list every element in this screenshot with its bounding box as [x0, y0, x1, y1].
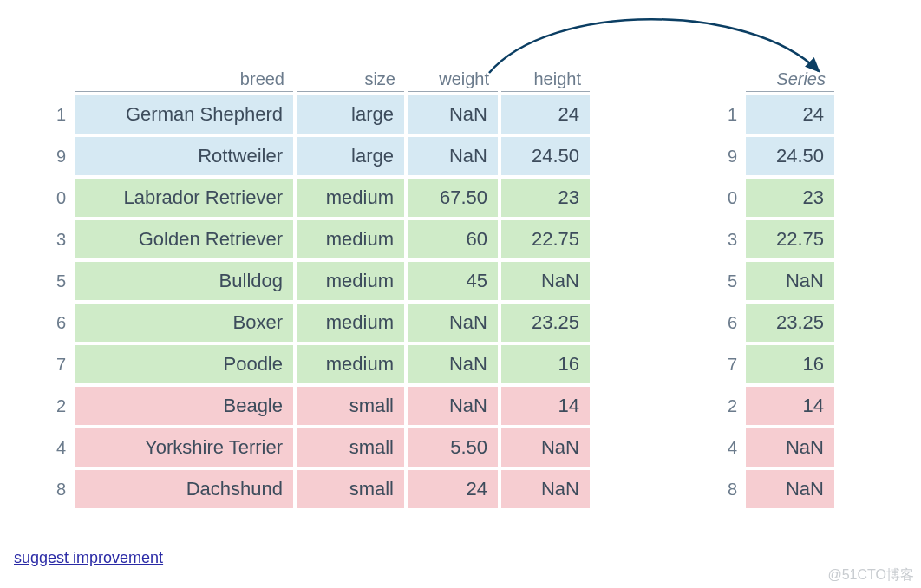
cell-series-value: 24.50 — [746, 137, 834, 175]
cell-breed: German Shepherd — [75, 95, 293, 134]
table-row: 3Golden Retrievermedium6022.75 — [38, 220, 590, 258]
cell-breed: Bulldog — [75, 262, 293, 300]
cell-breed: Beagle — [75, 387, 293, 425]
table-row: 716 — [709, 345, 834, 383]
cell-height: 24 — [501, 95, 590, 134]
cell-height: NaN — [501, 262, 590, 300]
cell-size: small — [297, 387, 404, 425]
row-index: 4 — [709, 428, 742, 467]
table-row: 0Labrador Retrievermedium67.5023 — [38, 179, 590, 217]
cell-size: small — [297, 470, 404, 508]
page-container: breed size weight height 1German Shepher… — [0, 0, 921, 588]
table-row: 6BoxermediumNaN23.25 — [38, 304, 590, 342]
cell-weight: 5.50 — [408, 428, 498, 467]
table-row: 124 — [709, 95, 834, 134]
table-row: 623.25 — [709, 304, 834, 342]
row-index: 5 — [709, 262, 742, 300]
table-row: 322.75 — [709, 220, 834, 258]
row-index: 6 — [38, 304, 71, 342]
row-index: 8 — [709, 470, 742, 508]
cell-weight: 60 — [408, 220, 498, 258]
cell-weight: 67.50 — [408, 179, 498, 217]
cell-height: NaN — [501, 428, 590, 467]
cell-series-value: NaN — [746, 470, 834, 508]
row-index: 2 — [38, 387, 71, 425]
cell-weight: NaN — [408, 345, 498, 383]
arrow-icon — [472, 10, 853, 93]
cell-weight: NaN — [408, 387, 498, 425]
row-index: 3 — [709, 220, 742, 258]
row-index: 9 — [709, 137, 742, 175]
row-index: 0 — [709, 179, 742, 217]
cell-size: medium — [297, 262, 404, 300]
cell-weight: NaN — [408, 137, 498, 175]
header-size: size — [297, 64, 404, 92]
row-index: 0 — [38, 179, 71, 217]
table-row: 8NaN — [709, 470, 834, 508]
cell-size: medium — [297, 179, 404, 217]
table-row: 924.50 — [709, 137, 834, 175]
row-index: 5 — [38, 262, 71, 300]
table-row: 2BeaglesmallNaN14 — [38, 387, 590, 425]
cell-size: small — [297, 428, 404, 467]
table-row: 7PoodlemediumNaN16 — [38, 345, 590, 383]
cell-breed: Poodle — [75, 345, 293, 383]
table-row: 5Bulldogmedium45NaN — [38, 262, 590, 300]
cell-series-value: NaN — [746, 262, 834, 300]
cell-breed: Rottweiler — [75, 137, 293, 175]
cell-breed: Golden Retriever — [75, 220, 293, 258]
table-row: 4NaN — [709, 428, 834, 467]
row-index: 2 — [709, 387, 742, 425]
cell-height: 16 — [501, 345, 590, 383]
cell-series-value: 22.75 — [746, 220, 834, 258]
row-index: 7 — [709, 345, 742, 383]
dataframe-table: breed size weight height 1German Shepher… — [35, 61, 593, 512]
cell-breed: Dachshund — [75, 470, 293, 508]
watermark-text: @51CTO博客 — [827, 566, 914, 585]
cell-series-value: NaN — [746, 428, 834, 467]
row-index: 1 — [709, 95, 742, 134]
cell-height: 14 — [501, 387, 590, 425]
cell-weight: 24 — [408, 470, 498, 508]
row-index: 1 — [38, 95, 71, 134]
cell-breed: Yorkshire Terrier — [75, 428, 293, 467]
table-row: 023 — [709, 179, 834, 217]
row-index: 3 — [38, 220, 71, 258]
table-row: 9RottweilerlargeNaN24.50 — [38, 137, 590, 175]
cell-series-value: 24 — [746, 95, 834, 134]
cell-height: 23 — [501, 179, 590, 217]
cell-size: medium — [297, 220, 404, 258]
cell-weight: NaN — [408, 304, 498, 342]
table-row: 4Yorkshire Terriersmall5.50NaN — [38, 428, 590, 467]
cell-series-value: 23.25 — [746, 304, 834, 342]
cell-weight: NaN — [408, 95, 498, 134]
row-index: 9 — [38, 137, 71, 175]
header-index-blank — [38, 64, 71, 92]
cell-height: NaN — [501, 470, 590, 508]
row-index: 6 — [709, 304, 742, 342]
cell-size: large — [297, 95, 404, 134]
cell-size: medium — [297, 304, 404, 342]
cell-series-value: 16 — [746, 345, 834, 383]
cell-breed: Labrador Retriever — [75, 179, 293, 217]
cell-size: large — [297, 137, 404, 175]
table-row: 8Dachshundsmall24NaN — [38, 470, 590, 508]
cell-series-value: 23 — [746, 179, 834, 217]
series-table: Series 124924.50023322.755NaN623.2571621… — [706, 61, 838, 512]
cell-height: 22.75 — [501, 220, 590, 258]
header-breed: breed — [75, 64, 293, 92]
table-row: 5NaN — [709, 262, 834, 300]
cell-weight: 45 — [408, 262, 498, 300]
cell-size: medium — [297, 345, 404, 383]
suggest-improvement-link[interactable]: suggest improvement — [14, 549, 163, 567]
row-index: 4 — [38, 428, 71, 467]
table-row: 1German ShepherdlargeNaN24 — [38, 95, 590, 134]
row-index: 8 — [38, 470, 71, 508]
cell-height: 24.50 — [501, 137, 590, 175]
row-index: 7 — [38, 345, 71, 383]
cell-breed: Boxer — [75, 304, 293, 342]
cell-height: 23.25 — [501, 304, 590, 342]
cell-series-value: 14 — [746, 387, 834, 425]
table-row: 214 — [709, 387, 834, 425]
